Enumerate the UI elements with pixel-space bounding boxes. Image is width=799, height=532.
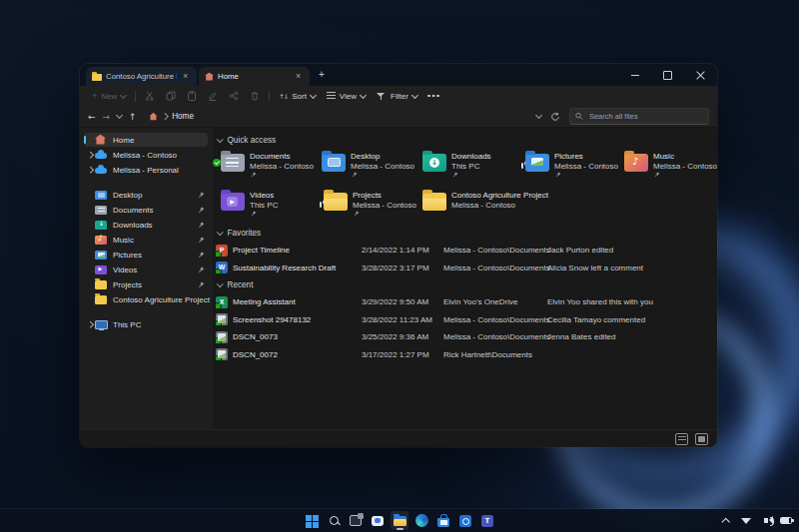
file-explorer-window: Contoso Agriculture Project Home xyxy=(80,64,717,447)
sidebar-item-label: Melissa - Personal xyxy=(113,166,179,175)
teams-icon[interactable] xyxy=(478,511,496,530)
back-button[interactable]: ← xyxy=(88,112,96,122)
wifi-icon[interactable] xyxy=(740,513,752,529)
start-icon[interactable] xyxy=(303,511,321,530)
quick-access-tile[interactable]: Videos This PC xyxy=(215,189,316,222)
sync-status-badge xyxy=(216,355,222,361)
explorer-tab[interactable]: Home xyxy=(199,67,310,86)
folder-location: This PC xyxy=(451,162,491,172)
section-header-recent[interactable]: Recent xyxy=(218,278,717,291)
sidebar-item[interactable]: Documents xyxy=(84,203,208,217)
more-options-button[interactable] xyxy=(426,89,440,103)
battery-icon[interactable] xyxy=(780,513,792,529)
task-view-icon[interactable] xyxy=(347,511,365,530)
sync-status-icon xyxy=(521,163,523,169)
sidebar-item[interactable]: Home xyxy=(84,133,208,147)
pin-icon xyxy=(198,252,205,259)
sidebar-item[interactable]: Music xyxy=(84,233,208,247)
tab-icon xyxy=(205,73,214,81)
expand-chevron-icon[interactable] xyxy=(87,167,93,173)
copy-button[interactable] xyxy=(164,89,178,103)
file-row[interactable]: Screenshot 29478132 3/28/2022 11:23 AM M… xyxy=(215,311,717,329)
address-dropdown-chevron-icon[interactable] xyxy=(535,112,542,119)
quick-access-tile[interactable]: Music Melissa - Contoso xyxy=(618,150,717,183)
up-button[interactable]: ↑ xyxy=(129,112,137,122)
file-list-area: Quick access Documents Melissa - Contoso xyxy=(213,128,717,429)
section-header-favorites[interactable]: Favorites xyxy=(218,227,717,240)
cut-button[interactable] xyxy=(143,89,157,103)
file-explorer-icon[interactable] xyxy=(391,511,408,530)
paste-button[interactable] xyxy=(185,89,199,103)
quick-access-tile[interactable]: Pictures Melissa - Contoso xyxy=(517,150,618,183)
file-row[interactable]: Meeting Assistant 3/29/2022 9:50 AM Elvi… xyxy=(215,293,717,311)
sidebar-item[interactable]: Desktop xyxy=(84,188,208,202)
folder-location: This PC xyxy=(250,201,278,211)
quick-access-tile[interactable]: Desktop Melissa - Contoso xyxy=(316,150,416,183)
explorer-tab[interactable]: Contoso Agriculture Project xyxy=(86,67,197,86)
new-button-label: New xyxy=(101,92,117,101)
sidebar-item[interactable]: Melissa - Personal xyxy=(84,163,208,177)
recent-locations-chevron-icon[interactable] xyxy=(116,112,123,119)
file-activity: Elvin Yoo shared this with you xyxy=(547,297,717,306)
sidebar-item[interactable]: This PC xyxy=(84,317,208,331)
sidebar-item-icon xyxy=(95,295,107,304)
search-icon[interactable] xyxy=(325,511,343,530)
sidebar-item-label: Videos xyxy=(113,266,137,274)
chevron-down-icon xyxy=(120,91,127,98)
breadcrumb[interactable]: Home xyxy=(149,112,529,121)
pin-icon xyxy=(198,222,205,229)
edge-icon[interactable] xyxy=(412,511,430,530)
file-row[interactable]: DSCN_0073 3/25/2022 9:36 AM Melissa - Co… xyxy=(215,328,717,346)
quick-access-tile[interactable]: Downloads This PC xyxy=(416,150,517,183)
expand-chevron-icon[interactable] xyxy=(87,152,93,158)
new-button[interactable]: New xyxy=(90,91,128,101)
sort-button[interactable]: Sort xyxy=(277,92,318,101)
new-tab-button[interactable] xyxy=(315,68,331,84)
view-button[interactable]: View xyxy=(325,92,368,101)
file-row[interactable]: DSCN_0072 3/17/2022 1:27 PM Rick Hartnet… xyxy=(215,346,717,364)
more-options-icon xyxy=(427,95,430,98)
maximize-icon[interactable] xyxy=(651,64,684,86)
filter-button[interactable]: Filter xyxy=(375,92,419,101)
quick-access-tile[interactable]: Projects Melissa - Contoso xyxy=(316,189,416,222)
quick-access-tile[interactable]: Contoso Agriculture Project Melissa - Co… xyxy=(416,189,517,222)
quick-access-tile[interactable]: Documents Melissa - Contoso xyxy=(215,150,316,183)
minimize-icon[interactable] xyxy=(618,64,651,86)
file-date: 2/14/2022 1:14 PM xyxy=(362,246,443,255)
sidebar-item[interactable]: Videos xyxy=(84,263,208,276)
view-icon xyxy=(327,92,336,100)
file-row[interactable]: Sustainability Research Draft 3/28/2022 … xyxy=(215,260,717,277)
pin-icon xyxy=(198,207,205,214)
breadcrumb-item[interactable]: Home xyxy=(172,112,194,121)
share-button[interactable] xyxy=(227,89,241,103)
chat-icon[interactable] xyxy=(369,511,387,530)
sidebar-item[interactable]: Downloads xyxy=(84,218,208,232)
sync-status-badge xyxy=(216,268,222,274)
rename-button[interactable] xyxy=(206,89,220,103)
sidebar-item[interactable]: Pictures xyxy=(84,248,208,262)
folder-icon xyxy=(422,193,446,211)
file-row[interactable]: Project Timeline 2/14/2022 1:14 PM Melis… xyxy=(215,242,717,260)
sidebar-item[interactable]: Projects xyxy=(84,277,208,291)
pin-icon xyxy=(198,192,205,199)
chevron-up-icon[interactable] xyxy=(720,513,732,529)
volume-icon[interactable] xyxy=(760,513,772,529)
details-view-toggle-icon[interactable] xyxy=(675,433,688,445)
store-icon[interactable] xyxy=(434,511,452,530)
sidebar-item[interactable]: Melissa - Contoso xyxy=(84,148,208,162)
address-bar: ← → ↑ Home xyxy=(80,106,717,128)
search-input[interactable] xyxy=(587,111,703,122)
refresh-button[interactable] xyxy=(548,110,562,124)
forward-button[interactable]: → xyxy=(103,112,111,122)
tab-close-icon[interactable] xyxy=(181,72,191,82)
sidebar-item-label: Music xyxy=(113,236,134,245)
file-type-icon xyxy=(216,262,228,273)
close-icon[interactable] xyxy=(684,64,717,86)
large-icons-view-toggle-icon[interactable] xyxy=(695,433,708,445)
sidebar-item[interactable]: Contoso Agriculture Project xyxy=(84,292,208,306)
section-header-quick-access[interactable]: Quick access xyxy=(218,134,717,147)
outlook-icon[interactable] xyxy=(456,511,474,530)
expand-chevron-icon[interactable] xyxy=(87,321,93,327)
delete-button[interactable] xyxy=(248,89,262,103)
tab-close-icon[interactable] xyxy=(294,72,304,82)
